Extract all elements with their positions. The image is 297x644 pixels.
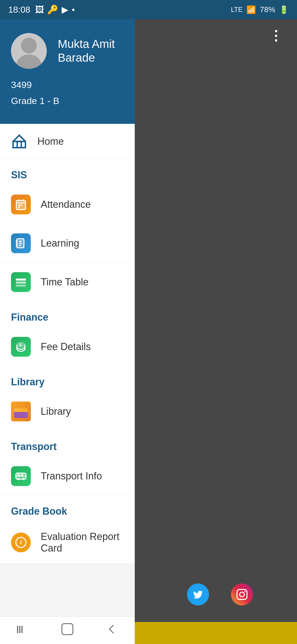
- menu-item-fee[interactable]: $ Fee Details: [0, 328, 135, 366]
- menu-item-transport[interactable]: Transport Info: [0, 457, 135, 496]
- svg-rect-20: [16, 285, 26, 286]
- home-label: Home: [37, 136, 64, 147]
- timetable-label: Time Table: [41, 276, 89, 288]
- svg-point-0: [21, 38, 37, 53]
- recent-apps-button[interactable]: [7, 621, 38, 640]
- menu-item-library[interactable]: Library: [0, 392, 135, 431]
- svg-rect-9: [18, 204, 20, 206]
- attendance-icon: [11, 195, 31, 214]
- evaluation-label: Evaluation Report Card: [41, 531, 124, 554]
- library-icon: [11, 402, 31, 421]
- status-right: LTE 📶 78% 🔋: [231, 5, 289, 14]
- svg-point-29: [17, 478, 19, 480]
- evaluation-icon: i: [11, 533, 31, 552]
- battery-level: 78%: [260, 5, 275, 14]
- section-finance: Finance: [0, 302, 135, 328]
- svg-rect-37: [19, 626, 20, 633]
- svg-rect-11: [18, 206, 20, 208]
- svg-rect-2: [13, 141, 26, 148]
- profile-name: Mukta Amit Barade: [58, 37, 115, 65]
- home-icon: [11, 133, 28, 150]
- avatar: [11, 33, 47, 69]
- social-icons-row: [146, 583, 294, 605]
- instagram-icon[interactable]: [231, 583, 253, 605]
- timetable-icon: [11, 272, 31, 292]
- learning-icon: [11, 233, 31, 253]
- home-button[interactable]: [52, 620, 82, 641]
- menu-content: Home SIS Attendance: [0, 124, 135, 564]
- backdrop-overlay: [135, 19, 297, 625]
- svg-text:$: $: [20, 343, 22, 347]
- back-button[interactable]: [97, 620, 127, 641]
- fee-label: Fee Details: [41, 341, 91, 353]
- svg-rect-33: [21, 474, 23, 476]
- signal-label: LTE: [231, 6, 243, 13]
- profile-row: Mukta Amit Barade: [11, 33, 124, 69]
- transport-label: Transport Info: [41, 470, 102, 482]
- svg-rect-10: [20, 204, 22, 206]
- dot-indicator: •: [72, 5, 75, 15]
- status-icons: 🖼 🔑 ▶ •: [35, 4, 75, 15]
- section-transport: Transport: [0, 431, 135, 457]
- fee-icon: $: [11, 337, 31, 357]
- svg-rect-32: [17, 474, 20, 476]
- profile-id: 3499: [11, 77, 124, 93]
- profile-grade: Grade 1 - B: [11, 93, 124, 109]
- section-sis: SIS: [0, 159, 135, 185]
- navigation-drawer: Mukta Amit Barade 3499 Grade 1 - B Home: [0, 19, 135, 644]
- signal-bars: 📶: [246, 5, 256, 14]
- svg-rect-18: [16, 279, 26, 280]
- svg-rect-38: [21, 626, 23, 633]
- profile-header: Mukta Amit Barade 3499 Grade 1 - B: [0, 19, 135, 124]
- svg-text:i: i: [20, 539, 22, 546]
- status-bar: 18:08 🖼 🔑 ▶ • LTE 📶 78% 🔋: [0, 0, 297, 19]
- section-gradebook: Grade Book: [0, 496, 135, 522]
- menu-item-evaluation[interactable]: i Evaluation Report Card: [0, 522, 135, 564]
- svg-rect-36: [17, 626, 18, 633]
- svg-rect-3: [17, 141, 21, 148]
- time-display: 18:08: [8, 5, 30, 15]
- library-label: Library: [41, 406, 71, 417]
- bottom-navigation: [0, 616, 135, 644]
- svg-rect-17: [16, 240, 18, 247]
- menu-item-home[interactable]: Home: [0, 124, 135, 159]
- battery-icon: 🔋: [279, 5, 289, 14]
- key-icon: 🔑: [47, 4, 58, 15]
- status-left: 18:08 🖼 🔑 ▶ •: [8, 4, 75, 15]
- svg-rect-19: [16, 282, 26, 283]
- learning-label: Learning: [41, 238, 79, 249]
- svg-rect-39: [62, 624, 73, 635]
- yellow-bar: [135, 622, 297, 644]
- section-library: Library: [0, 366, 135, 392]
- menu-item-timetable[interactable]: Time Table: [0, 263, 135, 302]
- svg-point-30: [23, 478, 24, 480]
- youtube-icon: ▶: [62, 4, 68, 15]
- svg-point-1: [16, 54, 42, 69]
- svg-rect-26: [14, 412, 28, 418]
- profile-info: 3499 Grade 1 - B: [11, 77, 124, 109]
- gallery-icon: 🖼: [35, 5, 44, 15]
- transport-icon: [11, 466, 31, 486]
- twitter-icon[interactable]: [187, 583, 209, 605]
- menu-item-learning[interactable]: Learning: [0, 224, 135, 263]
- attendance-label: Attendance: [41, 199, 91, 210]
- menu-item-attendance[interactable]: Attendance: [0, 185, 135, 224]
- more-options-icon[interactable]: ⋮: [269, 28, 283, 43]
